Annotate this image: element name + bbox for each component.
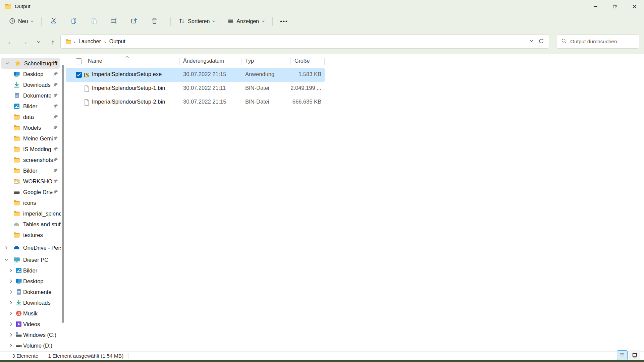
sidebar-item-is-modding-r[interactable]: IS Modding R	[0, 144, 61, 155]
forward-button[interactable]: →	[18, 36, 31, 48]
up-button[interactable]: ↑	[46, 36, 59, 48]
breadcrumb-item-output[interactable]: Output	[108, 39, 127, 45]
address-dropdown-button[interactable]	[529, 39, 534, 45]
pin-icon	[53, 179, 58, 184]
file-row-imperialsplendoursetup-1-bin[interactable]: ImperialSplendourSetup-1.bin30.07.2022 2…	[66, 82, 325, 96]
search-box[interactable]	[557, 35, 639, 49]
chevron-right-icon[interactable]	[9, 311, 13, 316]
pin-icon	[53, 82, 58, 87]
refresh-icon[interactable]	[538, 38, 544, 45]
column-header-type[interactable]: Typ	[245, 58, 254, 64]
column-header-size[interactable]: Größe	[294, 58, 310, 64]
more-options-button[interactable]: •••	[277, 15, 291, 27]
sidebar-item-dieser-pc[interactable]: Dieser PC	[0, 254, 61, 265]
folder-cloud-icon	[13, 178, 20, 185]
row-checkbox[interactable]	[76, 72, 82, 78]
sidebar-item-google-drive[interactable]: Google Drive	[0, 187, 61, 197]
sidebar-item-label: OneDrive - Person	[23, 245, 61, 251]
sidebar-item-videos[interactable]: Videos	[0, 319, 61, 329]
share-button[interactable]	[126, 15, 142, 27]
sidebar-item-label: Dokumente	[23, 289, 61, 295]
sidebar-item-models[interactable]: Models	[0, 122, 61, 133]
chevron-right-icon[interactable]	[9, 300, 13, 305]
desktop-edge	[0, 360, 644, 362]
chevron-right-icon[interactable]	[9, 279, 13, 284]
paste-button[interactable]	[86, 15, 102, 27]
new-button-label: Neu	[18, 18, 28, 24]
sidebar-item-screenshots[interactable]: screenshots	[0, 155, 61, 165]
chevron-right-icon: ›	[71, 39, 77, 45]
drive-icon	[15, 342, 22, 349]
column-divider[interactable]	[290, 58, 291, 65]
sidebar-item-data[interactable]: data	[0, 112, 61, 122]
column-divider[interactable]	[324, 58, 325, 65]
navigation-pane: SchnellzugriffDesktopDownloadsDokumenteB…	[0, 55, 61, 351]
new-button[interactable]: Neu	[5, 15, 37, 27]
sidebar-item-icons[interactable]: icons	[0, 197, 61, 208]
column-divider[interactable]	[241, 58, 241, 65]
sidebar-item-onedrive-person[interactable]: OneDrive - Person	[0, 242, 61, 253]
music-icon	[15, 310, 22, 317]
rename-icon	[110, 17, 118, 26]
sidebar-scrollbar[interactable]	[62, 65, 64, 323]
search-input[interactable]	[570, 39, 631, 45]
sidebar-item-imperial-splendo[interactable]: imperial_splendo	[0, 208, 61, 219]
select-all-checkbox[interactable]	[76, 58, 82, 64]
sidebar-item-musik[interactable]: Musik	[0, 308, 61, 319]
cut-button[interactable]	[46, 15, 62, 27]
sidebar-item-dokumente[interactable]: Dokumente	[0, 90, 61, 101]
sidebar-item-tables-and-stuff[interactable]: Tables and stuff	[0, 219, 61, 230]
sidebar-item-meine-gem-l[interactable]: Meine Gemäl	[0, 133, 61, 144]
chevron-right-icon[interactable]	[9, 268, 13, 273]
details-view-button[interactable]	[617, 350, 628, 360]
copy-button[interactable]	[66, 15, 82, 27]
sidebar-item-bilder[interactable]: Bilder	[0, 165, 61, 176]
chevron-down-icon[interactable]	[5, 61, 10, 66]
sidebar-item-label: Windows (C:)	[23, 332, 61, 338]
chevron-right-icon[interactable]	[9, 333, 13, 337]
folder-icon	[13, 157, 20, 163]
chevron-right-icon[interactable]	[9, 290, 13, 294]
sidebar-item-textures[interactable]: textures	[0, 230, 61, 240]
sort-button[interactable]: Sortieren	[175, 15, 219, 27]
sidebar-item-label: Downloads	[23, 300, 61, 306]
column-header-name[interactable]: Name	[88, 58, 102, 64]
column-header-date[interactable]: Änderungsdatum	[183, 58, 224, 64]
back-button[interactable]: ←	[4, 36, 17, 48]
sidebar-item-schnellzugriff[interactable]: Schnellzugriff	[1, 58, 60, 69]
chevron-right-icon[interactable]	[9, 343, 13, 348]
sidebar-item-desktop[interactable]: Desktop	[0, 276, 61, 287]
file-row-imperialsplendoursetup-exe[interactable]: ISImperialSplendourSetup.exe30.07.2022 2…	[66, 68, 325, 82]
sidebar-item-bilder[interactable]: Bilder	[0, 101, 61, 112]
sidebar-item-bilder[interactable]: Bilder	[0, 265, 61, 276]
folder-icon	[65, 39, 71, 45]
file-row-imperialsplendoursetup-2-bin[interactable]: ImperialSplendourSetup-2.bin30.07.2022 2…	[66, 96, 325, 109]
status-bar: 3 Elemente 1 Element ausgewählt (1,54 MB…	[0, 351, 644, 360]
delete-button[interactable]	[146, 15, 162, 27]
sidebar-item-workshop[interactable]: WORKSHOP	[0, 176, 61, 187]
sidebar-item-dokumente[interactable]: Dokumente	[0, 287, 61, 297]
chevron-right-icon[interactable]	[9, 322, 13, 326]
breadcrumb-item-launcher[interactable]: Launcher	[77, 39, 102, 45]
sidebar-item-downloads[interactable]: Downloads	[0, 297, 61, 308]
pictures-icon	[13, 103, 20, 110]
chevron-right-icon[interactable]	[4, 245, 9, 250]
recent-locations-button[interactable]	[32, 36, 45, 48]
chevron-down-icon[interactable]	[4, 257, 9, 262]
address-bar[interactable]: › Launcher › Output	[60, 35, 549, 49]
column-divider[interactable]	[179, 58, 180, 65]
view-button[interactable]: Anzeigen	[224, 15, 268, 27]
sidebar-item-windows-c[interactable]: Windows (C:)	[0, 329, 61, 340]
minimize-button[interactable]	[586, 0, 605, 13]
sidebar-item-volume-d[interactable]: Volume (D:)	[0, 340, 61, 351]
icons-view-button[interactable]	[629, 350, 640, 360]
sidebar-item-desktop[interactable]: Desktop	[0, 69, 61, 79]
sidebar-item-label: icons	[23, 200, 61, 206]
close-button[interactable]	[625, 0, 644, 13]
plus-circle-icon	[9, 17, 16, 26]
restore-button[interactable]	[605, 0, 625, 13]
sidebar-item-downloads[interactable]: Downloads	[0, 79, 61, 90]
desktop-icon	[15, 278, 22, 285]
explorer-window: Output Neu Sortieren	[0, 0, 644, 362]
rename-button[interactable]	[106, 15, 122, 27]
